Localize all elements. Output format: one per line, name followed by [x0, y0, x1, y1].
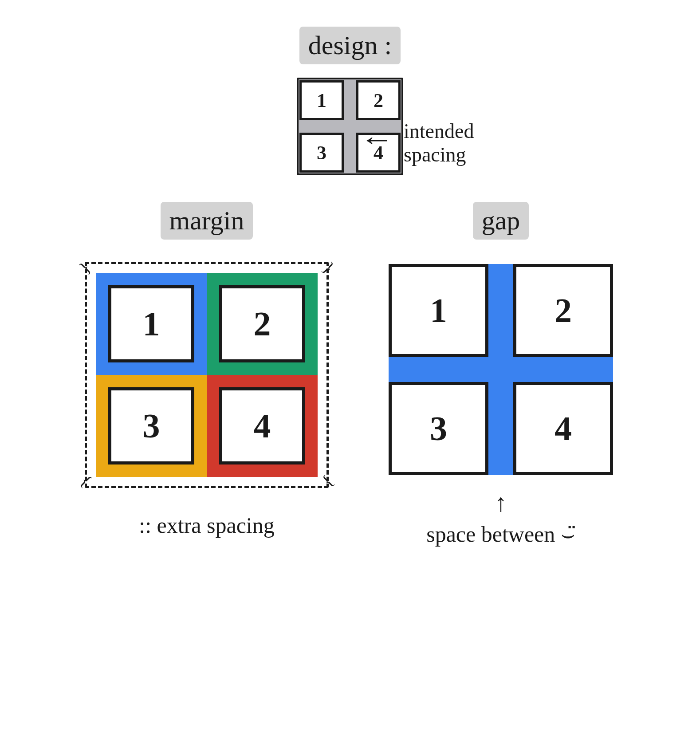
design-cell-1: 1 [299, 80, 344, 120]
gap-cell-4: 4 [513, 382, 613, 475]
comparison-columns: margin } } } } 1 2 3 4 [18, 202, 682, 547]
margin-cell-wrapper-2: 2 [207, 273, 318, 375]
gap-grid: 1 2 3 4 [389, 264, 613, 475]
margin-title-label: margin [161, 202, 253, 240]
design-title-label: design : [299, 27, 401, 64]
gap-column: gap 1 2 3 4 ↑ space between ⌣̈ [389, 202, 613, 547]
margin-cell-wrapper-4: 4 [207, 375, 318, 477]
gap-cell-2: 2 [513, 264, 613, 357]
margin-grid: 1 2 3 4 [96, 273, 318, 477]
design-section: design : 1 2 3 4 ← intended spacing [18, 27, 682, 175]
brace-icon: } [75, 472, 94, 492]
margin-cell-wrapper-1: 1 [96, 273, 207, 375]
gap-cell-1: 1 [389, 264, 488, 357]
margin-cell-4: 4 [219, 387, 305, 464]
design-cell-3: 3 [299, 133, 344, 173]
margin-cell-2: 2 [219, 285, 305, 362]
margin-cell-wrapper-3: 3 [96, 375, 207, 477]
design-annotation: intended spacing [404, 120, 474, 167]
margin-caption: :: extra spacing [139, 512, 274, 538]
gap-caption: space between ⌣̈ [426, 521, 575, 547]
arrow-left-icon: ← [360, 124, 394, 155]
brace-icon: } [75, 258, 94, 277]
design-cell-2: 2 [356, 80, 401, 120]
margin-column: margin } } } } 1 2 3 4 [87, 202, 326, 547]
gap-title-label: gap [473, 202, 529, 240]
brace-icon: } [319, 258, 338, 277]
margin-example: } } } } 1 2 3 4 [87, 264, 326, 486]
margin-cell-1: 1 [108, 285, 194, 362]
gap-cell-3: 3 [389, 382, 488, 475]
margin-cell-3: 3 [108, 387, 194, 464]
brace-icon: } [319, 472, 338, 492]
arrow-up-icon: ↑ [495, 488, 507, 517]
